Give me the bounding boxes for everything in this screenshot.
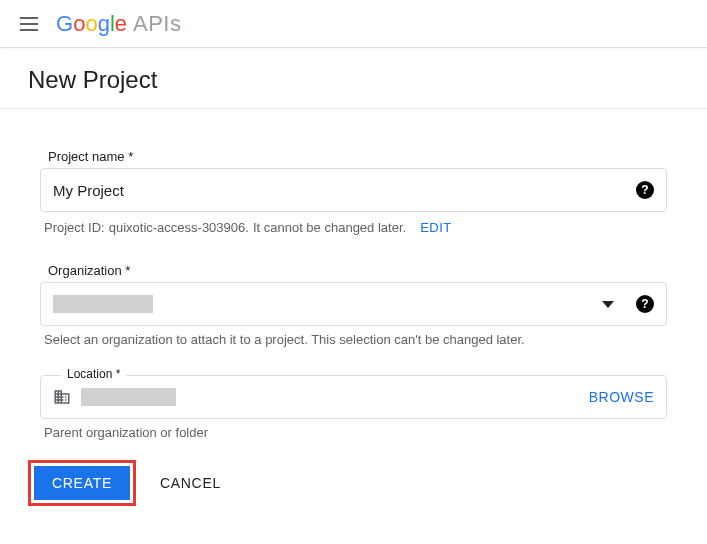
location-value-redacted (81, 388, 176, 406)
organization-label: Organization * (40, 263, 667, 278)
building-icon (53, 388, 71, 406)
project-id-notice: It cannot be changed later. (253, 220, 406, 235)
page-header: New Project (0, 48, 707, 109)
project-id-prefix: Project ID: (44, 220, 105, 235)
help-icon[interactable]: ? (636, 181, 654, 199)
create-highlight: CREATE (28, 460, 136, 506)
topbar: Google APIs (0, 0, 707, 48)
project-name-label: Project name * (40, 149, 667, 164)
google-apis-logo: Google APIs (56, 11, 181, 37)
organization-select[interactable]: ? (40, 282, 667, 326)
product-label: APIs (133, 11, 181, 37)
project-name-field: Project name * ? Project ID: quixotic-ac… (40, 149, 667, 235)
new-project-form: Project name * ? Project ID: quixotic-ac… (0, 109, 707, 460)
help-icon[interactable]: ? (636, 295, 654, 313)
browse-button[interactable]: BROWSE (589, 389, 654, 405)
location-input-wrap: Location * BROWSE (40, 375, 667, 419)
organization-helper: Select an organization to attach it to a… (40, 326, 667, 347)
project-id-value: quixotic-access-303906. (109, 220, 249, 235)
project-id-hint: Project ID: quixotic-access-303906. It c… (40, 212, 667, 235)
location-helper: Parent organization or folder (40, 419, 667, 440)
menu-icon[interactable] (16, 13, 42, 35)
chevron-down-icon (602, 301, 614, 308)
create-button[interactable]: CREATE (34, 466, 130, 500)
project-name-input[interactable] (53, 182, 636, 199)
edit-project-id-link[interactable]: EDIT (420, 220, 452, 235)
organization-value-redacted (53, 295, 153, 313)
organization-field: Organization * ? Select an organization … (40, 263, 667, 347)
location-field: Location * BROWSE Parent organization or… (40, 375, 667, 440)
project-name-input-wrap: ? (40, 168, 667, 212)
action-bar: CREATE CANCEL (0, 460, 707, 506)
cancel-button[interactable]: CANCEL (160, 475, 221, 491)
location-label: Location * (61, 367, 126, 381)
page-title: New Project (28, 66, 679, 94)
